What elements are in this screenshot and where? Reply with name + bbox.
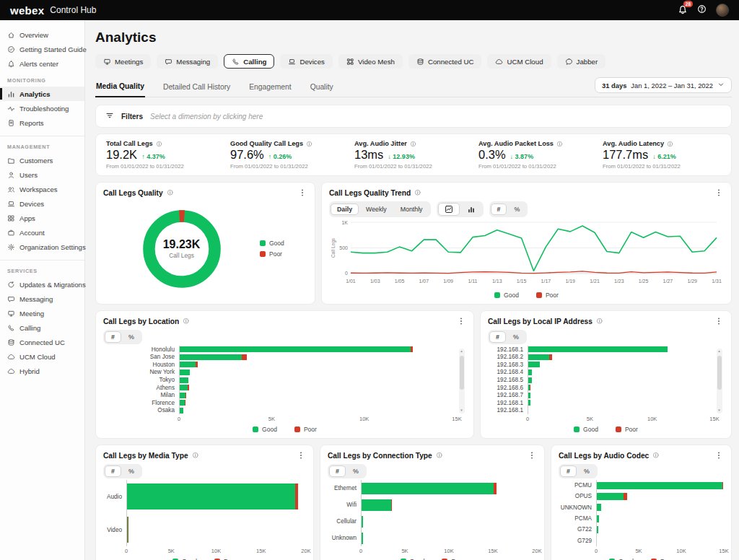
unit-option-[interactable]: %: [122, 331, 141, 343]
bar-segment-poor[interactable]: [530, 385, 530, 390]
sidebar-item-messaging[interactable]: Messaging: [0, 292, 84, 306]
bar-stack[interactable]: [528, 354, 714, 360]
bar-segment-good[interactable]: [528, 369, 532, 375]
notifications-button[interactable]: 28: [678, 4, 688, 17]
kebab-menu-button[interactable]: [296, 450, 306, 460]
sidebar-item-calling[interactable]: Calling: [0, 320, 84, 335]
scroll-down-icon[interactable]: ▼: [717, 408, 722, 414]
bar-segment-good[interactable]: [362, 516, 363, 528]
filters-bar[interactable]: Filters Select a dimension by clicking h…: [95, 105, 732, 128]
sidebar-item-troubleshooting[interactable]: Troubleshooting: [0, 101, 84, 115]
sidebar-item-alerts-center[interactable]: Alerts center: [0, 56, 84, 71]
trend-line-good[interactable]: [351, 226, 717, 271]
unit-option-[interactable]: %: [122, 465, 141, 477]
bar-segment-poor[interactable]: [242, 354, 247, 360]
bar-segment-good[interactable]: [180, 369, 190, 375]
bar-stack[interactable]: [528, 362, 714, 367]
bar-stack[interactable]: [180, 385, 457, 390]
unit-option-[interactable]: %: [507, 204, 526, 215]
chart-scrollbar[interactable]: ▲▼: [714, 346, 724, 424]
bar-segment-poor[interactable]: [391, 499, 392, 511]
subtab-engagement[interactable]: Engagement: [248, 79, 292, 97]
bar-stack[interactable]: [180, 400, 457, 406]
bar-segment-poor[interactable]: [494, 483, 497, 494]
subtab-media-quality[interactable]: Media Quality: [95, 79, 145, 97]
sidebar-item-account[interactable]: Account: [0, 225, 84, 240]
bar-segment-good[interactable]: [597, 526, 598, 533]
scroll-down-icon[interactable]: ▼: [459, 408, 465, 414]
unit-option-[interactable]: %: [507, 331, 525, 343]
service-tab-meetings[interactable]: Meetings: [95, 54, 151, 69]
sidebar-item-workspaces[interactable]: Workspaces: [0, 182, 84, 196]
bar-stack[interactable]: [127, 484, 306, 509]
bar-segment-good[interactable]: [597, 515, 599, 522]
bar-stack[interactable]: [597, 482, 724, 489]
subtab-detailed-call-history[interactable]: Detailed Call History: [162, 79, 231, 97]
bar-segment-poor[interactable]: [188, 385, 189, 390]
bar-segment-good[interactable]: [528, 400, 530, 406]
service-tab-video-mesh[interactable]: Video Mesh: [338, 54, 403, 69]
bar-segment-good[interactable]: [180, 385, 188, 390]
sidebar-item-ucm-cloud[interactable]: UCM Cloud: [0, 349, 84, 364]
bar-stack[interactable]: [528, 369, 714, 375]
bar-stack[interactable]: [597, 493, 724, 500]
bar-stack[interactable]: [362, 483, 537, 494]
bar-stack[interactable]: [528, 393, 714, 398]
bar-segment-good[interactable]: [528, 346, 668, 352]
bar-segment-good[interactable]: [362, 499, 391, 511]
sidebar-item-users[interactable]: Users: [0, 167, 84, 182]
scroll-up-icon[interactable]: ▲: [459, 349, 465, 354]
scrollbar-thumb[interactable]: [460, 356, 464, 390]
sidebar-item-apps[interactable]: Apps: [0, 211, 84, 225]
bar-stack[interactable]: [180, 377, 457, 383]
bar-stack[interactable]: [597, 515, 724, 522]
bar-segment-good[interactable]: [597, 493, 624, 500]
sidebar-item-devices[interactable]: Devices: [0, 196, 84, 211]
sidebar-item-connected-uc[interactable]: Connected UC: [0, 335, 84, 349]
bar-segment-good[interactable]: [180, 377, 188, 383]
bar-segment-poor[interactable]: [295, 484, 298, 509]
sidebar-item-organization-settings[interactable]: Organization Settings: [0, 240, 84, 254]
bar-segment-good[interactable]: [180, 400, 185, 406]
chart-view-option-bar[interactable]: [460, 203, 482, 216]
trend-line-poor[interactable]: [351, 271, 717, 274]
bar-segment-good[interactable]: [362, 533, 363, 544]
bar-segment-good[interactable]: [597, 504, 601, 511]
bar-segment-poor[interactable]: [185, 393, 186, 398]
bar-segment-poor[interactable]: [185, 400, 185, 406]
bar-segment-poor[interactable]: [196, 362, 198, 367]
service-tab-messaging[interactable]: Messaging: [157, 54, 218, 69]
bar-segment-good[interactable]: [528, 354, 549, 360]
bar-stack[interactable]: [528, 346, 714, 352]
service-tab-calling[interactable]: Calling: [224, 54, 274, 69]
bar-stack[interactable]: [362, 499, 537, 511]
bar-segment-poor[interactable]: [722, 482, 724, 489]
subtab-quality[interactable]: Quality: [310, 79, 334, 97]
bar-stack[interactable]: [180, 393, 457, 398]
bar-segment-poor[interactable]: [624, 493, 627, 500]
bar-stack[interactable]: [528, 385, 714, 390]
bar-segment-poor[interactable]: [411, 346, 413, 352]
chart-view-option-line[interactable]: [438, 203, 460, 216]
scrollbar-track[interactable]: ▲▼: [717, 349, 722, 414]
unit-option-[interactable]: %: [577, 465, 596, 477]
bar-segment-good[interactable]: [180, 354, 242, 360]
kebab-menu-button[interactable]: [714, 450, 724, 460]
date-range-picker[interactable]: 31 days Jan 1, 2022 – Jan 31, 2022: [595, 77, 732, 93]
bar-segment-good[interactable]: [528, 362, 540, 367]
service-tab-devices[interactable]: Devices: [280, 54, 332, 69]
chart-scrollbar[interactable]: ▲▼: [457, 346, 466, 424]
bar-stack[interactable]: [597, 537, 724, 544]
scrollbar-track[interactable]: ▲▼: [459, 349, 465, 414]
unit-option-[interactable]: #: [105, 331, 121, 343]
bar-stack[interactable]: [597, 504, 724, 511]
sidebar-item-customers[interactable]: Customers: [0, 153, 84, 167]
bar-stack[interactable]: [127, 517, 306, 543]
unit-option-[interactable]: %: [346, 465, 365, 477]
bar-stack[interactable]: [180, 346, 457, 352]
sidebar-item-overview[interactable]: Overview: [0, 27, 84, 42]
sidebar-item-reports[interactable]: Reports: [0, 115, 84, 130]
unit-option-[interactable]: #: [560, 465, 577, 477]
bar-segment-good[interactable]: [180, 393, 185, 398]
bar-segment-good[interactable]: [180, 346, 411, 352]
